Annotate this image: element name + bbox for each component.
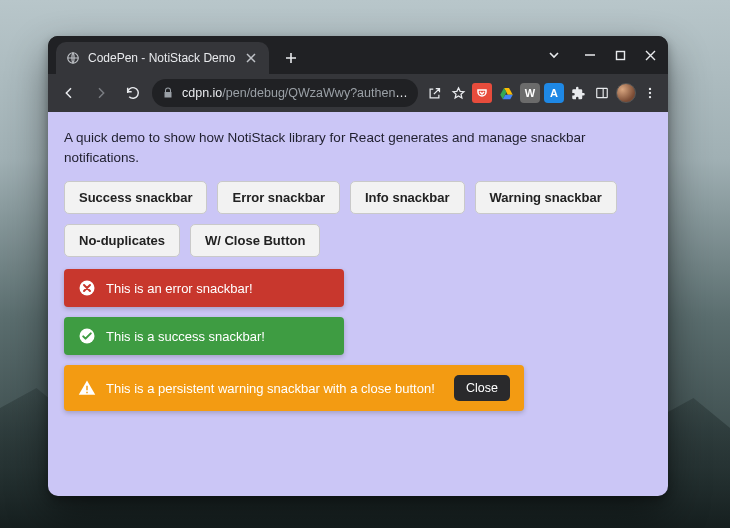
browser-toolbar: cdpn.io/pen/debug/QWzaWwy?authentic... W…: [48, 74, 668, 112]
browser-tab[interactable]: CodePen - NotiStack Demo: [56, 42, 269, 74]
globe-icon: [66, 51, 80, 65]
svg-rect-9: [86, 392, 88, 394]
profile-avatar[interactable]: [616, 83, 636, 103]
error-circle-icon: [78, 279, 96, 297]
window-minimize-button[interactable]: [576, 41, 604, 69]
page-content: A quick demo to show how NotiStack libra…: [48, 112, 668, 496]
svg-point-3: [649, 88, 651, 90]
side-panel-icon[interactable]: [592, 83, 612, 103]
window-maximize-button[interactable]: [606, 41, 634, 69]
extensions-puzzle-icon[interactable]: [568, 83, 588, 103]
share-icon[interactable]: [424, 83, 444, 103]
reload-button[interactable]: [120, 80, 146, 106]
demo-description: A quick demo to show how NotiStack libra…: [64, 128, 652, 167]
google-drive-extension-icon[interactable]: [496, 83, 516, 103]
svg-rect-2: [597, 88, 608, 97]
forward-button[interactable]: [88, 80, 114, 106]
browser-menu-button[interactable]: [640, 83, 660, 103]
url-text: cdpn.io/pen/debug/QWzaWwy?authentic...: [182, 86, 408, 100]
back-button[interactable]: [56, 80, 82, 106]
window-controls: [540, 36, 664, 74]
extensions-row: W A: [424, 83, 660, 103]
info-snackbar-button[interactable]: Info snackbar: [350, 181, 465, 214]
svg-rect-1: [616, 51, 624, 59]
svg-rect-8: [86, 386, 88, 391]
snackbar-stack: This is an error snackbar! This is a suc…: [64, 269, 652, 411]
new-tab-button[interactable]: [277, 44, 305, 72]
with-close-button-button[interactable]: W/ Close Button: [190, 224, 320, 257]
error-snackbar: This is an error snackbar!: [64, 269, 344, 307]
app-extension-icon[interactable]: A: [544, 83, 564, 103]
success-snackbar: This is a success snackbar!: [64, 317, 344, 355]
no-duplicates-button[interactable]: No-duplicates: [64, 224, 180, 257]
tab-title: CodePen - NotiStack Demo: [88, 51, 235, 65]
lock-icon: [162, 87, 174, 99]
address-bar[interactable]: cdpn.io/pen/debug/QWzaWwy?authentic...: [152, 79, 418, 107]
pocket-extension-icon[interactable]: [472, 83, 492, 103]
warning-snackbar: This is a persistent warning snackbar wi…: [64, 365, 524, 411]
error-snackbar-button[interactable]: Error snackbar: [217, 181, 340, 214]
svg-point-4: [649, 92, 651, 94]
warning-snackbar-button[interactable]: Warning snackbar: [475, 181, 617, 214]
tab-strip: CodePen - NotiStack Demo: [48, 36, 668, 74]
svg-point-5: [649, 96, 651, 98]
wikipedia-extension-icon[interactable]: W: [520, 83, 540, 103]
warning-triangle-icon: [78, 379, 96, 397]
success-snackbar-button[interactable]: Success snackbar: [64, 181, 207, 214]
snackbar-message: This is an error snackbar!: [106, 281, 330, 296]
snackbar-message: This is a success snackbar!: [106, 329, 330, 344]
check-circle-icon: [78, 327, 96, 345]
window-close-button[interactable]: [636, 41, 664, 69]
tab-close-button[interactable]: [243, 50, 259, 66]
snackbar-message: This is a persistent warning snackbar wi…: [106, 381, 444, 396]
browser-window: CodePen - NotiStack Demo: [48, 36, 668, 496]
snackbar-close-button[interactable]: Close: [454, 375, 510, 401]
bookmark-star-icon[interactable]: [448, 83, 468, 103]
tab-search-button[interactable]: [540, 41, 568, 69]
action-button-row: Success snackbar Error snackbar Info sna…: [64, 181, 652, 257]
